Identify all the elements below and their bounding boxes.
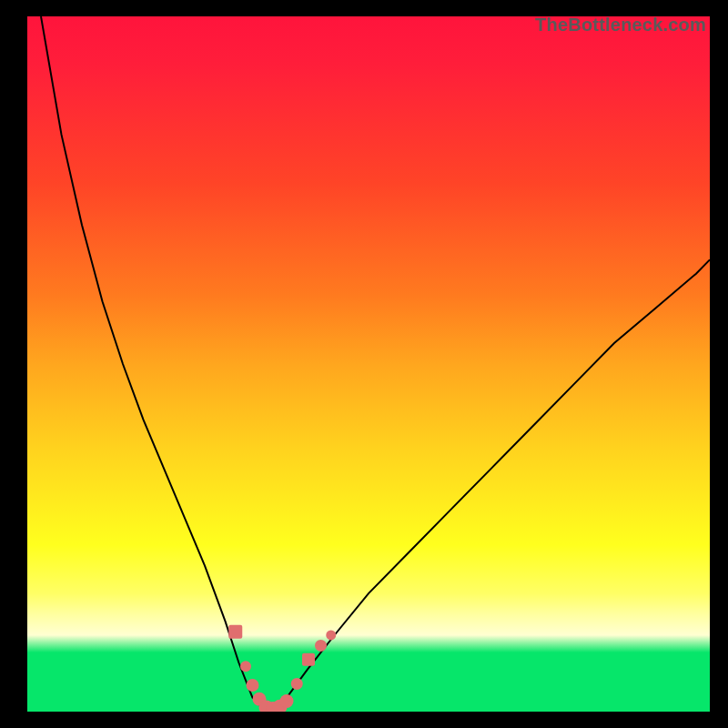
optimum-marker [247,679,259,692]
optimum-marker [315,640,327,652]
plot-area: TheBottleneck.com [27,16,710,712]
optimum-marker [228,625,242,639]
optimum-marker [280,694,294,708]
bottleneck-curve [27,16,710,712]
optimum-marker [291,678,303,690]
curve-right [267,259,711,712]
optimum-marker [240,661,251,672]
optimum-markers [228,625,336,712]
curve-left [41,16,267,712]
optimum-marker [302,653,315,666]
chart-canvas: TheBottleneck.com [0,0,728,728]
optimum-marker [326,630,336,640]
